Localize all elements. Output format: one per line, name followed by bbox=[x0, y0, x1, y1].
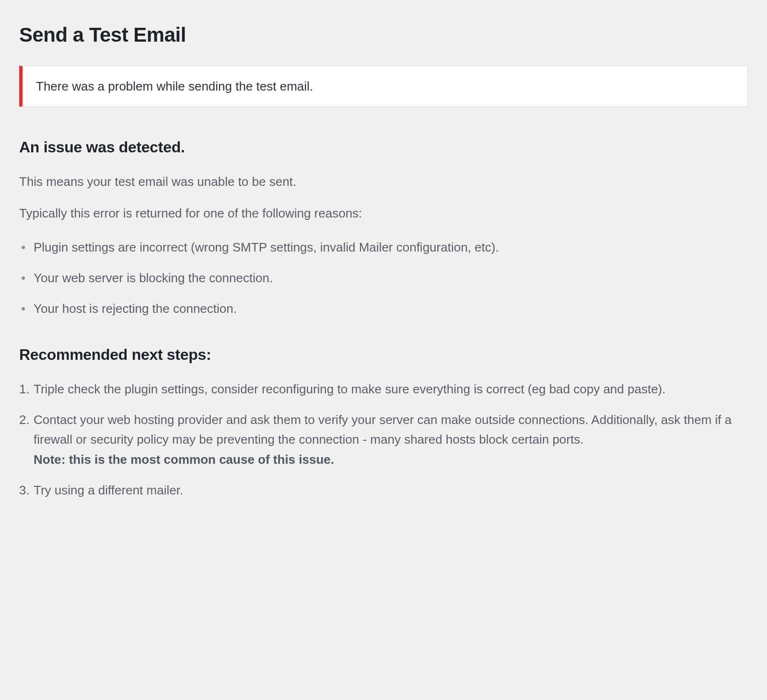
next-steps-heading: Recommended next steps: bbox=[19, 343, 748, 367]
step-text: Try using a different mailer. bbox=[34, 483, 183, 497]
step-item: Contact your web hosting provider and as… bbox=[19, 410, 748, 469]
reasons-list: Plugin settings are incorrect (wrong SMT… bbox=[19, 238, 748, 319]
page-title: Send a Test Email bbox=[19, 19, 748, 50]
step-note: Note: this is the most common cause of t… bbox=[34, 450, 748, 469]
error-message: There was a problem while sending the te… bbox=[36, 79, 313, 93]
reasons-intro: Typically this error is returned for one… bbox=[19, 204, 748, 223]
steps-list: Triple check the plugin settings, consid… bbox=[19, 379, 748, 500]
step-text: Contact your web hosting provider and as… bbox=[34, 413, 732, 446]
step-text: Triple check the plugin settings, consid… bbox=[34, 382, 666, 396]
error-banner: There was a problem while sending the te… bbox=[19, 66, 748, 107]
issue-intro: This means your test email was unable to… bbox=[19, 172, 748, 191]
reason-item: Plugin settings are incorrect (wrong SMT… bbox=[19, 238, 748, 257]
step-item: Try using a different mailer. bbox=[19, 481, 748, 500]
reason-item: Your web server is blocking the connecti… bbox=[19, 268, 748, 287]
step-item: Triple check the plugin settings, consid… bbox=[19, 379, 748, 399]
reason-item: Your host is rejecting the connection. bbox=[19, 299, 748, 318]
issue-heading: An issue was detected. bbox=[19, 136, 748, 160]
